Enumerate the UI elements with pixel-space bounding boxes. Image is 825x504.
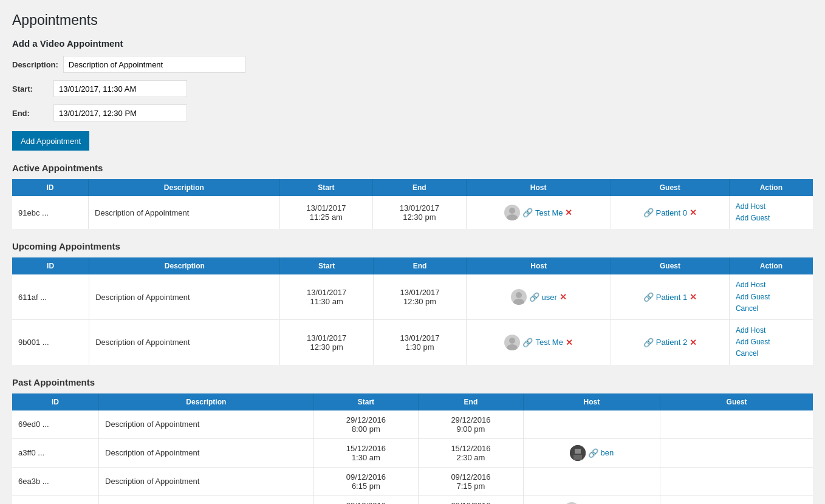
row-guest	[660, 467, 813, 495]
remove-guest-icon[interactable]: ✕	[690, 208, 697, 217]
svg-rect-7	[575, 449, 581, 454]
row-id: 91ebc ...	[12, 196, 89, 229]
remove-host-icon[interactable]: ✕	[565, 208, 572, 217]
row-end: 15/12/20162:30 am	[419, 438, 524, 467]
row-start: 29/12/20168:00 pm	[313, 410, 419, 439]
cancel-link[interactable]: Cancel	[736, 303, 807, 315]
row-guest: 🔗 Patient 1 ✕	[611, 274, 730, 319]
active-appointments-section: Active Appointments ID Description Start…	[12, 163, 813, 229]
row-end: 29/12/20169:00 pm	[419, 410, 524, 439]
past-col-guest: Guest	[660, 393, 813, 410]
guest-link[interactable]: Patient 0	[656, 208, 687, 217]
svg-point-3	[513, 299, 524, 305]
past-col-start: Start	[313, 393, 419, 410]
row-start: 13/01/201712:30 pm	[280, 319, 373, 364]
host-link[interactable]: ben	[601, 448, 614, 457]
host-link[interactable]: Test Me	[535, 338, 563, 347]
upcoming-col-id: ID	[12, 257, 89, 274]
row-id: 1eb58 ...	[12, 495, 99, 504]
past-appointments-section: Past Appointments ID Description Start E…	[12, 377, 813, 505]
form-section-title: Add a Video Appointment	[12, 38, 813, 49]
upcoming-appointments-section: Upcoming Appointments ID Description Sta…	[12, 241, 813, 364]
row-guest	[660, 438, 813, 467]
svg-point-0	[509, 208, 515, 214]
remove-guest-icon[interactable]: ✕	[690, 338, 697, 347]
active-col-end: End	[373, 179, 467, 196]
row-host	[523, 410, 660, 439]
link-icon: 🔗	[522, 338, 533, 347]
upcoming-col-description: Description	[89, 257, 280, 274]
svg-point-4	[509, 338, 515, 344]
table-row: 9b001 ... Description of Appointment 13/…	[12, 319, 813, 364]
upcoming-col-host: Host	[467, 257, 611, 274]
past-appointments-table: ID Description Start End Host Guest 69ed…	[12, 393, 813, 505]
past-col-description: Description	[99, 393, 314, 410]
row-id: 6ea3b ...	[12, 467, 99, 495]
add-guest-link[interactable]: Add Guest	[736, 291, 807, 303]
add-host-link[interactable]: Add Host	[736, 201, 807, 213]
row-host: 🔗 user ✕	[467, 274, 611, 319]
remove-guest-icon[interactable]: ✕	[690, 292, 697, 302]
active-col-start: Start	[279, 179, 373, 196]
upcoming-appointments-title: Upcoming Appointments	[12, 241, 813, 251]
row-start: 13/01/201711:25 am	[279, 196, 373, 229]
end-label: End:	[12, 109, 49, 118]
row-actions: Add Host Add Guest Cancel	[729, 319, 813, 364]
add-host-link[interactable]: Add Host	[736, 279, 807, 291]
table-row: 69ed0 ... Description of Appointment 29/…	[12, 410, 813, 439]
svg-rect-8	[573, 455, 582, 460]
guest-link[interactable]: Patient 1	[656, 293, 687, 302]
add-appointment-form: Add a Video Appointment Description: Sta…	[12, 38, 813, 151]
row-actions: Add Host Add Guest Cancel	[729, 274, 813, 319]
past-col-id: ID	[12, 393, 99, 410]
host-link[interactable]: user	[542, 293, 557, 302]
row-host: 🔗 foo bar	[523, 495, 660, 504]
row-description: Description of Appointment	[89, 319, 280, 364]
table-row: a3ff0 ... Description of Appointment 15/…	[12, 438, 813, 467]
active-col-description: Description	[89, 179, 280, 196]
row-end: 13/01/201712:30 pm	[373, 274, 466, 319]
row-description: Description of Appointment	[89, 274, 280, 319]
row-description: Description of Appointment	[99, 495, 314, 504]
remove-host-icon[interactable]: ✕	[560, 292, 567, 302]
past-col-host: Host	[523, 393, 660, 410]
avatar	[504, 205, 520, 220]
active-col-id: ID	[12, 179, 89, 196]
page-title: Appointments	[12, 12, 813, 29]
row-description: Description of Appointment	[99, 410, 314, 439]
link-icon: 🔗	[588, 448, 598, 458]
row-id: 69ed0 ...	[12, 410, 99, 439]
row-start: 09/12/20166:15 pm	[313, 467, 419, 495]
description-input[interactable]	[63, 56, 245, 73]
active-col-guest: Guest	[611, 179, 729, 196]
remove-host-icon[interactable]: ✕	[566, 338, 573, 347]
row-id: 611af ...	[12, 274, 89, 319]
row-description: Description of Appointment	[99, 438, 314, 467]
row-end: 13/01/201712:30 pm	[373, 196, 467, 229]
row-end: 09/12/20167:15 pm	[419, 467, 524, 495]
row-guest: 🔗 asdasdasdasd	[660, 495, 813, 504]
upcoming-appointments-table: ID Description Start End Host Guest Acti…	[12, 257, 813, 364]
row-description: Description of Appointment	[89, 196, 280, 229]
start-input[interactable]	[53, 80, 187, 97]
host-link[interactable]: Test Me	[535, 208, 563, 217]
guest-link[interactable]: Patient 2	[656, 338, 687, 347]
add-guest-link[interactable]: Add Guest	[736, 213, 807, 224]
add-guest-link[interactable]: Add Guest	[736, 336, 807, 348]
row-end: 08/12/20162:15 pm	[419, 495, 524, 504]
add-appointment-button[interactable]: Add Appointment	[12, 131, 89, 151]
avatar	[570, 445, 586, 461]
end-input[interactable]	[53, 104, 187, 121]
link-icon: 🔗	[643, 292, 654, 302]
svg-point-2	[516, 292, 522, 298]
row-end: 13/01/20171:30 pm	[373, 319, 466, 364]
avatar	[511, 289, 527, 305]
row-start: 15/12/20161:30 am	[313, 438, 419, 467]
svg-point-1	[507, 214, 518, 220]
row-guest: 🔗 Patient 2 ✕	[611, 319, 730, 364]
cancel-link[interactable]: Cancel	[736, 348, 807, 359]
table-row: 611af ... Description of Appointment 13/…	[12, 274, 813, 319]
row-id: 9b001 ...	[12, 319, 89, 364]
add-host-link[interactable]: Add Host	[736, 325, 807, 336]
description-label: Description:	[12, 60, 58, 69]
